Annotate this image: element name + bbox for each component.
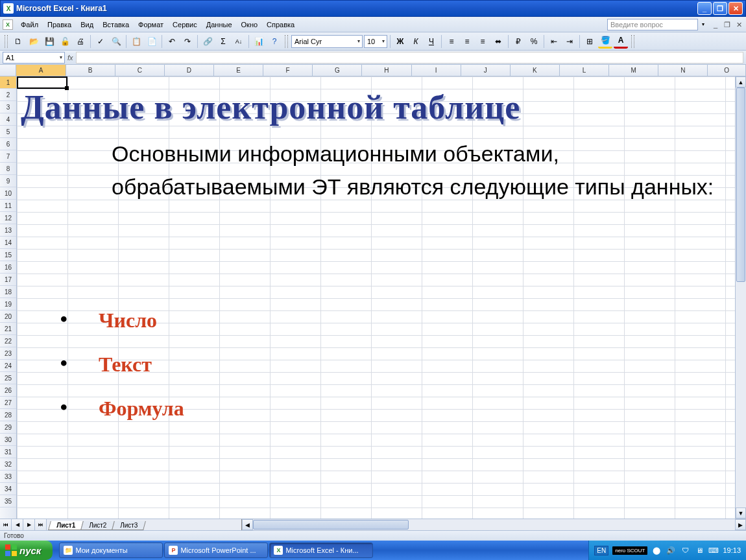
col-head-C[interactable]: C [115, 65, 165, 76]
tray-icon-3[interactable]: 🛡 [680, 545, 690, 555]
row-head-14[interactable]: 14 [0, 237, 16, 249]
doc-restore-button[interactable]: ❐ [723, 20, 732, 29]
name-box[interactable]: A1 [3, 52, 65, 64]
row-head-16[interactable]: 16 [0, 261, 16, 274]
row-head-23[interactable]: 23 [0, 347, 16, 360]
doc-minimize-button[interactable]: _ [711, 20, 720, 29]
sheet-tab-1[interactable]: Лист1 [48, 521, 84, 530]
row-head-33[interactable]: 33 [0, 471, 16, 483]
row-head-4[interactable]: 4 [0, 113, 16, 126]
scroll-down-icon[interactable]: ▼ [736, 508, 746, 519]
paste-icon[interactable]: 📄 [145, 34, 159, 49]
open-icon[interactable]: 📂 [27, 34, 41, 49]
font-name-select[interactable]: Arial Cyr [291, 35, 363, 48]
col-head-L[interactable]: L [560, 65, 609, 76]
row-head-10[interactable]: 10 [0, 187, 16, 200]
merge-center-icon[interactable]: ⬌ [491, 34, 505, 49]
row-head-27[interactable]: 27 [0, 397, 16, 409]
row-head-31[interactable]: 31 [0, 446, 16, 458]
row-head-9[interactable]: 9 [0, 175, 16, 187]
taskbar-item-excel[interactable]: X Microsoft Excel - Кни... [269, 542, 373, 558]
currency-icon[interactable]: ₽ [511, 34, 525, 49]
sheet-next-icon[interactable]: ▶ [23, 519, 35, 530]
menu-tools[interactable]: Сервис [169, 19, 201, 30]
align-center-icon[interactable]: ≡ [460, 34, 474, 49]
fx-icon[interactable]: fx [67, 54, 73, 62]
active-cell-cursor[interactable] [17, 76, 67, 89]
help-icon[interactable]: ? [267, 34, 282, 49]
col-head-B[interactable]: B [66, 65, 115, 76]
menu-file[interactable]: Файл [17, 19, 42, 30]
col-head-E[interactable]: E [214, 65, 263, 76]
col-head-O[interactable]: O [708, 65, 746, 76]
row-head-13[interactable]: 13 [0, 224, 16, 237]
formula-input[interactable] [76, 52, 743, 64]
menu-view[interactable]: Вид [77, 19, 97, 30]
row-head-34[interactable]: 34 [0, 483, 16, 495]
taskbar-item-powerpoint[interactable]: P Microsoft PowerPoint ... [164, 542, 268, 558]
align-left-icon[interactable]: ≡ [444, 34, 459, 49]
row-head-28[interactable]: 28 [0, 409, 16, 421]
menu-data[interactable]: Данные [202, 19, 236, 30]
worksheet-grid[interactable]: 1234567891011121314151617181920212223242… [0, 76, 735, 519]
font-color-icon[interactable]: A [614, 34, 628, 49]
nero-scout-icon[interactable]: nero SCOUT [612, 546, 647, 555]
row-head-12[interactable]: 12 [0, 212, 16, 224]
underline-icon[interactable]: Ч [424, 34, 439, 49]
col-head-K[interactable]: K [511, 65, 560, 76]
redo-icon[interactable]: ↷ [180, 34, 195, 49]
sort-icon[interactable]: A↓ [232, 34, 246, 49]
doc-close-button[interactable]: ✕ [734, 20, 743, 29]
col-head-G[interactable]: G [313, 65, 362, 76]
col-head-I[interactable]: I [412, 65, 461, 76]
decrease-indent-icon[interactable]: ⇤ [547, 34, 561, 49]
scroll-left-icon[interactable]: ◀ [242, 519, 253, 530]
menu-help[interactable]: Справка [263, 19, 298, 30]
horizontal-scrollbar[interactable]: ◀ ▶ [241, 519, 746, 530]
font-size-select[interactable]: 10 [364, 35, 387, 48]
row-head-24[interactable]: 24 [0, 360, 16, 372]
permission-icon[interactable]: 🔓 [58, 34, 72, 49]
row-head-29[interactable]: 29 [0, 421, 16, 434]
col-head-F[interactable]: F [263, 65, 313, 76]
row-head-3[interactable]: 3 [0, 101, 16, 113]
taskbar-item-documents[interactable]: 📁 Мои документы [59, 542, 163, 558]
row-head-21[interactable]: 21 [0, 323, 16, 335]
autosum-icon[interactable]: Σ [216, 34, 230, 49]
row-head-18[interactable]: 18 [0, 286, 16, 298]
row-head-20[interactable]: 20 [0, 310, 16, 323]
row-head-5[interactable]: 5 [0, 126, 16, 138]
row-head-1[interactable]: 1 [0, 76, 16, 89]
col-head-H[interactable]: H [362, 65, 411, 76]
window-maximize-button[interactable]: ❐ [713, 2, 727, 15]
sheet-tab-3[interactable]: Лист3 [112, 521, 147, 530]
row-head-35[interactable]: 35 [0, 495, 16, 508]
hyperlink-icon[interactable]: 🔗 [200, 34, 215, 49]
menu-insert[interactable]: Вставка [99, 19, 133, 30]
window-minimize-button[interactable]: _ [697, 2, 712, 15]
scroll-up-icon[interactable]: ▲ [736, 76, 746, 88]
tray-keyboard-icon[interactable]: ⌨ [708, 545, 719, 555]
spelling-icon[interactable]: ✓ [93, 34, 108, 49]
col-head-A[interactable]: A [16, 65, 66, 76]
sheet-last-icon[interactable]: ⏭ [35, 519, 47, 530]
vscroll-track[interactable] [736, 88, 746, 508]
new-icon[interactable]: 🗋 [11, 34, 25, 49]
research-icon[interactable]: 🔍 [109, 34, 123, 49]
taskbar-clock[interactable]: 19:13 [723, 546, 741, 554]
copy-icon[interactable]: 📋 [129, 34, 143, 49]
align-right-icon[interactable]: ≡ [475, 34, 490, 49]
italic-icon[interactable]: К [409, 34, 423, 49]
row-head-32[interactable]: 32 [0, 458, 16, 471]
scroll-right-icon[interactable]: ▶ [735, 519, 746, 530]
chart-icon[interactable]: 📊 [252, 34, 266, 49]
row-head-2[interactable]: 2 [0, 89, 16, 101]
sheet-prev-icon[interactable]: ◀ [12, 519, 23, 530]
sheet-first-icon[interactable]: ⏮ [0, 519, 12, 530]
toolbar-handle-3[interactable] [631, 35, 634, 48]
row-head-25[interactable]: 25 [0, 372, 16, 384]
print-icon[interactable]: 🖨 [73, 34, 88, 49]
row-head-30[interactable]: 30 [0, 434, 16, 446]
menu-edit[interactable]: Правка [43, 19, 75, 30]
help-dropdown-icon[interactable]: ▾ [702, 21, 704, 27]
